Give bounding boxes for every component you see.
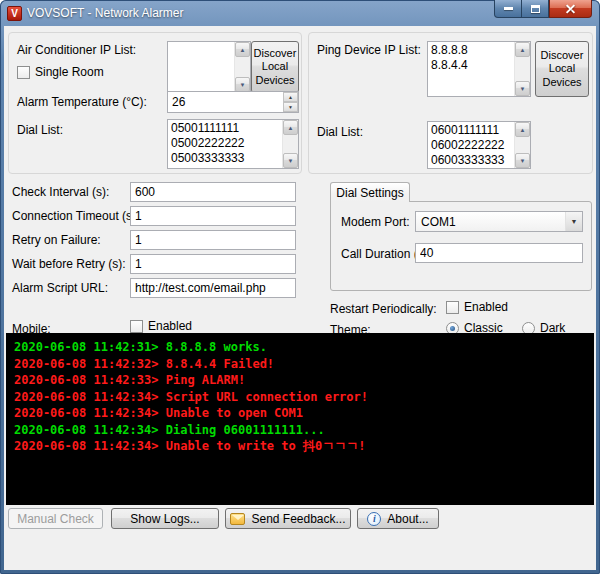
send-feedback-button[interactable]: Send Feedback... <box>225 508 351 529</box>
discover-local-devices-button-left[interactable]: Discover Local Devices <box>251 41 299 93</box>
ac-ip-list-label: Air Conditioner IP List: <box>17 43 136 57</box>
maximize-icon <box>531 5 540 13</box>
check-interval-label: Check Interval (s): <box>12 185 109 199</box>
ac-ip-list-input[interactable] <box>168 42 234 92</box>
tab-dial-settings[interactable]: Dial Settings <box>330 182 410 202</box>
mobile-enabled-label: Enabled <box>148 319 192 333</box>
ping-ip-list-label: Ping Device IP List: <box>317 43 421 57</box>
minimize-button[interactable] <box>494 0 522 18</box>
scroll-down-icon[interactable]: ▼ <box>235 77 250 92</box>
single-room-checkbox[interactable]: Single Room <box>17 65 104 79</box>
checkbox-icon <box>17 66 30 79</box>
wait-before-retry-input[interactable] <box>130 254 296 274</box>
dial-list-scrollbar-left[interactable]: ▲ ▼ <box>282 120 298 168</box>
mobile-enabled-checkbox[interactable]: Enabled <box>130 319 192 333</box>
dial-list-label-left: Dial List: <box>17 123 63 137</box>
show-logs-button[interactable]: Show Logs... <box>111 508 219 529</box>
alarm-script-url-input[interactable] <box>130 278 296 298</box>
app-window: V VOVSOFT - Network Alarmer Air Conditio… <box>0 0 600 574</box>
ac-ip-list-box: ▲ ▼ <box>167 41 251 93</box>
spin-down-icon[interactable]: ▼ <box>283 102 298 112</box>
ping-ip-scrollbar[interactable]: ▲ ▼ <box>514 42 530 96</box>
alarm-script-url-label: Alarm Script URL: <box>12 281 108 295</box>
retry-on-failure-label: Retry on Failure: <box>12 233 101 247</box>
alarm-temperature-field: ▲ ▼ <box>167 91 299 113</box>
dial-list-scrollbar-right[interactable]: ▲ ▼ <box>514 122 530 168</box>
close-button[interactable] <box>549 0 592 18</box>
maximize-button[interactable] <box>522 0 549 18</box>
restart-enabled-checkbox[interactable]: Enabled <box>446 300 508 314</box>
connection-timeout-label: Connection Timeout (s): <box>12 209 139 223</box>
modem-port-value: COM1 <box>421 215 456 229</box>
alarm-temperature-input[interactable] <box>168 92 283 112</box>
show-logs-label: Show Logs... <box>130 512 199 526</box>
ping-ip-list-box: 8.8.8.8 8.8.4.4 ▲ ▼ <box>427 41 531 97</box>
scroll-up-icon[interactable]: ▲ <box>235 42 250 57</box>
modem-port-label: Modem Port: <box>341 215 410 229</box>
close-icon <box>566 4 575 13</box>
scroll-up-icon[interactable]: ▲ <box>515 42 530 57</box>
alarm-temperature-label: Alarm Temperature (°C): <box>17 95 147 109</box>
scroll-down-icon[interactable]: ▼ <box>515 81 530 96</box>
console-line: 2020-06-08 11:42:31> 8.8.8.8 works. <box>14 339 586 356</box>
air-conditioner-group: Air Conditioner IP List: ▲ ▼ Discover Lo… <box>8 32 302 174</box>
console-line: 2020-06-08 11:42:33> Ping ALARM! <box>14 372 586 389</box>
restart-enabled-label: Enabled <box>464 300 508 314</box>
client-area: Air Conditioner IP List: ▲ ▼ Discover Lo… <box>4 26 596 570</box>
wait-before-retry-label: Wait before Retry (s): <box>12 257 126 271</box>
scroll-down-icon[interactable]: ▼ <box>283 153 298 168</box>
retry-on-failure-input[interactable] <box>130 230 296 250</box>
window-title: VOVSOFT - Network Alarmer <box>27 6 183 20</box>
scroll-down-icon[interactable]: ▼ <box>515 153 530 168</box>
app-logo-icon: V <box>7 6 22 21</box>
alarm-temperature-spinner: ▲ ▼ <box>283 92 298 112</box>
check-interval-input[interactable] <box>130 182 296 202</box>
connection-timeout-input[interactable] <box>130 206 296 226</box>
about-label: About... <box>387 512 428 526</box>
manual-check-button[interactable]: Manual Check <box>8 508 103 529</box>
ping-ip-list-input[interactable]: 8.8.8.8 8.8.4.4 <box>428 42 514 96</box>
console-log: 2020-06-08 11:42:31> 8.8.8.8 works.2020-… <box>6 333 594 505</box>
dial-list-input-left[interactable]: 05001111111 05002222222 05003333333 <box>168 120 282 168</box>
console-line: 2020-06-08 11:42:34> Unable to open COM1 <box>14 405 586 422</box>
send-feedback-label: Send Feedback... <box>251 512 345 526</box>
scroll-up-icon[interactable]: ▲ <box>515 122 530 137</box>
info-icon: i <box>367 512 381 526</box>
ping-device-group: Ping Device IP List: 8.8.8.8 8.8.4.4 ▲ ▼… <box>308 32 593 174</box>
dial-settings-page: Modem Port: COM1 ▼ Call Duration (s): <box>330 201 592 291</box>
checkbox-icon <box>130 320 143 333</box>
console-line: 2020-06-08 11:42:32> 8.8.4.4 Failed! <box>14 356 586 373</box>
checkbox-icon <box>446 301 459 314</box>
envelope-icon <box>230 513 245 525</box>
dial-settings-tab-label: Dial Settings <box>336 186 403 200</box>
call-duration-input[interactable] <box>415 243 583 263</box>
spin-up-icon[interactable]: ▲ <box>283 92 298 102</box>
restart-periodically-label: Restart Periodically: <box>330 302 437 316</box>
dial-list-box-left: 05001111111 05002222222 05003333333 ▲ ▼ <box>167 119 299 169</box>
ac-ip-scrollbar[interactable]: ▲ ▼ <box>234 42 250 92</box>
single-room-label: Single Room <box>35 65 104 79</box>
dial-list-input-right[interactable]: 06001111111 06002222222 06003333333 <box>428 122 514 168</box>
chevron-down-icon: ▼ <box>565 212 582 231</box>
scroll-up-icon[interactable]: ▲ <box>283 120 298 135</box>
modem-port-select[interactable]: COM1 ▼ <box>415 211 583 232</box>
window-controls <box>494 0 592 18</box>
manual-check-label: Manual Check <box>17 512 94 526</box>
console-line: 2020-06-08 11:42:34> Script URL connecti… <box>14 389 586 406</box>
dial-list-label-right: Dial List: <box>317 125 363 139</box>
about-button[interactable]: i About... <box>357 508 439 529</box>
console-line: 2020-06-08 11:42:34> Unable to write to … <box>14 438 586 455</box>
dial-list-box-right: 06001111111 06002222222 06003333333 ▲ ▼ <box>427 121 531 169</box>
discover-local-devices-button-right[interactable]: Discover Local Devices <box>535 41 589 97</box>
console-line: 2020-06-08 11:42:34> Dialing 06001111111… <box>14 422 586 439</box>
minimize-icon <box>504 7 513 10</box>
